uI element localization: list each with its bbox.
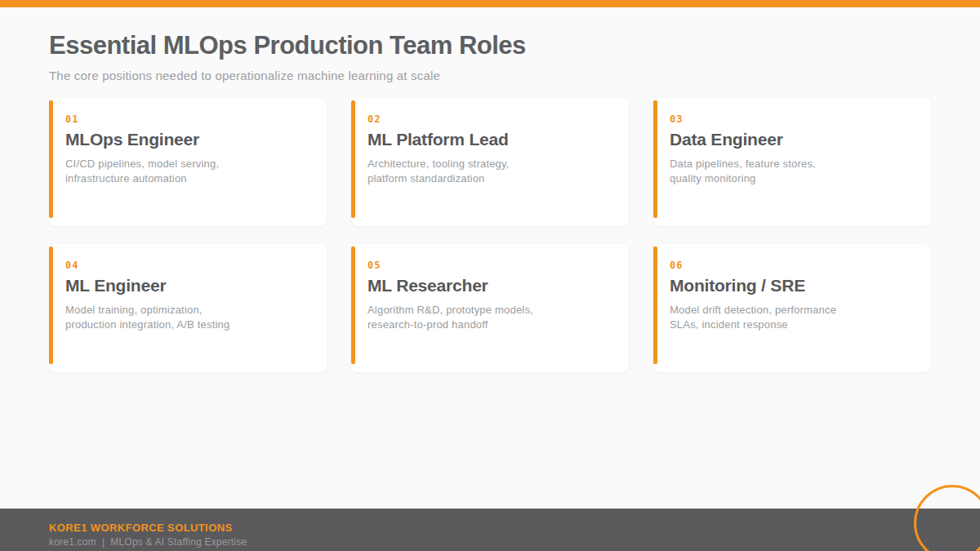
card-number: 06 (670, 260, 915, 271)
card-number: 02 (368, 113, 612, 125)
card-number: 04 (65, 260, 310, 271)
card-accent-bar (653, 100, 657, 218)
role-card-ml-engineer: 04 ML Engineer Model training, optimizat… (49, 244, 327, 372)
role-card-data-engineer: 03 Data Engineer Data pipelines, feature… (653, 98, 931, 226)
card-accent-bar (49, 100, 53, 218)
card-description: Data pipelines, feature stores, quality … (670, 157, 848, 186)
footer: KORE1 WORKFORCE SOLUTIONS kore1.com | ML… (0, 509, 980, 551)
card-title: ML Researcher (368, 276, 612, 295)
card-number: 05 (368, 260, 612, 271)
card-description: Model drift detection, performance SLAs,… (670, 303, 848, 332)
role-card-mlops-engineer: 01 MLOps Engineer CI/CD pipelines, model… (49, 98, 327, 226)
card-accent-bar (351, 100, 355, 218)
card-title: ML Platform Lead (368, 130, 612, 149)
card-number: 03 (670, 113, 915, 125)
card-description: CI/CD pipelines, model serving, infrastr… (65, 157, 243, 186)
card-description: Architecture, tooling strategy, platform… (368, 157, 546, 186)
card-description: Algorithm R&D, prototype models, researc… (368, 303, 546, 332)
card-number: 01 (65, 113, 310, 125)
role-card-ml-platform-lead: 02 ML Platform Lead Architecture, toolin… (351, 98, 629, 226)
top-accent-bar (0, 0, 980, 7)
card-description: Model training, optimization, production… (65, 303, 243, 332)
role-card-ml-researcher: 05 ML Researcher Algorithm R&D, prototyp… (351, 244, 629, 372)
page-title: Essential MLOps Production Team Roles (49, 31, 526, 60)
card-accent-bar (653, 247, 657, 364)
card-title: Data Engineer (670, 130, 915, 149)
footer-brand: KORE1 WORKFORCE SOLUTIONS (49, 522, 980, 534)
decorative-circle (914, 485, 980, 551)
card-title: MLOps Engineer (65, 130, 310, 149)
role-card-grid: 01 MLOps Engineer CI/CD pipelines, model… (49, 98, 931, 372)
card-accent-bar (351, 247, 355, 364)
footer-tagline: kore1.com | MLOps & AI Staffing Expertis… (49, 536, 980, 548)
card-title: Monitoring / SRE (670, 276, 915, 295)
page-subtitle: The core positions needed to operational… (49, 69, 526, 82)
role-card-monitoring-sre: 06 Monitoring / SRE Model drift detectio… (653, 244, 931, 372)
card-accent-bar (49, 247, 53, 364)
card-title: ML Engineer (65, 276, 310, 295)
slide-header: Essential MLOps Production Team Roles Th… (49, 31, 526, 82)
